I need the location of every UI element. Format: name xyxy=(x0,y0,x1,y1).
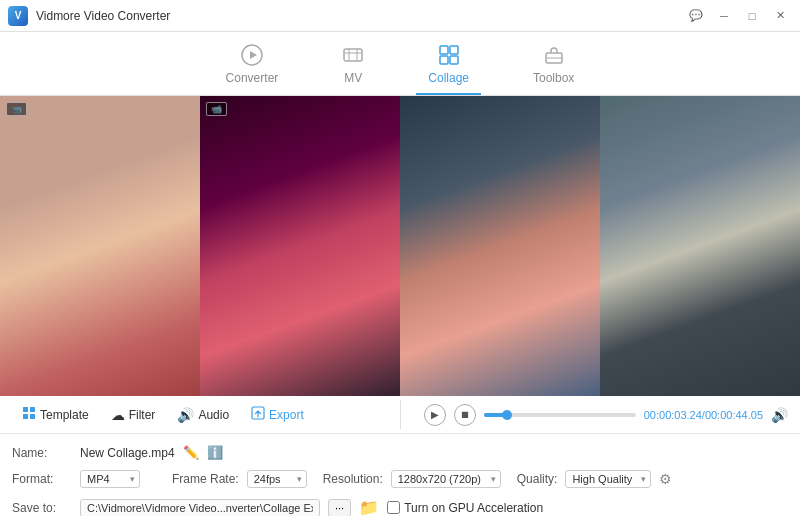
quality-settings-icon[interactable]: ⚙ xyxy=(659,471,672,487)
minimize-button[interactable]: ─ xyxy=(712,6,736,26)
template-icon xyxy=(22,406,36,423)
tab-mv[interactable]: MV xyxy=(330,40,376,95)
folder-icon[interactable]: 📁 xyxy=(359,498,379,516)
right-video-panel xyxy=(400,96,800,396)
format-row: Format: MP4 Frame Rate: 24fps Resolution… xyxy=(12,465,788,493)
app-logo: V xyxy=(8,6,28,26)
app-title: Vidmore Video Converter xyxy=(36,9,684,23)
audio-button[interactable]: 🔊 Audio xyxy=(167,402,239,427)
info-icon[interactable]: ℹ️ xyxy=(207,445,223,460)
tab-toolbox[interactable]: Toolbox xyxy=(521,40,586,95)
converter-icon xyxy=(241,44,263,69)
filter-button[interactable]: ☁ Filter xyxy=(101,402,166,427)
framerate-value: 24fps xyxy=(254,473,281,485)
template-button[interactable]: Template xyxy=(12,402,99,427)
format-select[interactable]: MP4 xyxy=(80,470,140,488)
video-indicator-1: 📹 xyxy=(6,102,27,116)
mv-icon xyxy=(342,44,364,69)
filter-icon: ☁ xyxy=(111,407,125,423)
audio-label: Audio xyxy=(198,408,229,422)
stop-button[interactable]: ⏹ xyxy=(454,404,476,426)
save-row: Save to: ··· 📁 Turn on GPU Acceleration xyxy=(12,493,788,516)
svg-rect-12 xyxy=(23,407,28,412)
video-thumb-2: 📹 xyxy=(200,96,400,396)
left-video-panel: 📹 📹 xyxy=(0,96,400,396)
audio-icon: 🔊 xyxy=(177,407,194,423)
progress-handle[interactable] xyxy=(502,410,512,420)
collage-icon xyxy=(438,44,460,69)
maximize-button[interactable]: □ xyxy=(740,6,764,26)
template-label: Template xyxy=(40,408,89,422)
edit-icon[interactable]: ✏️ xyxy=(183,445,199,460)
svg-marker-1 xyxy=(250,51,257,59)
svg-rect-7 xyxy=(450,46,458,54)
gpu-checkbox-label[interactable]: Turn on GPU Acceleration xyxy=(387,501,543,515)
gpu-label: Turn on GPU Acceleration xyxy=(404,501,543,515)
format-label: Format: xyxy=(12,472,72,486)
svg-rect-15 xyxy=(30,414,35,419)
resolution-select[interactable]: 1280x720 (720p) xyxy=(391,470,501,488)
svg-rect-8 xyxy=(440,56,448,64)
title-bar: V Vidmore Video Converter 💬 ─ □ ✕ xyxy=(0,0,800,32)
quality-select[interactable]: High Quality xyxy=(565,470,651,488)
video-thumb-4 xyxy=(600,96,800,396)
filter-label: Filter xyxy=(129,408,156,422)
chat-button[interactable]: 💬 xyxy=(684,6,708,26)
tab-mv-label: MV xyxy=(344,71,362,85)
toolbox-icon xyxy=(543,44,565,69)
toolbar-strip: Template ☁ Filter 🔊 Audio Export ▶ ⏹ xyxy=(0,396,800,434)
tab-collage[interactable]: Collage xyxy=(416,40,481,95)
volume-icon[interactable]: 🔊 xyxy=(771,407,788,423)
save-path-input[interactable] xyxy=(80,499,320,517)
name-label: Name: xyxy=(12,446,72,460)
main-content: 📹 📹 xyxy=(0,96,800,396)
window-controls: 💬 ─ □ ✕ xyxy=(684,6,792,26)
svg-rect-2 xyxy=(344,49,362,61)
tab-converter-label: Converter xyxy=(226,71,279,85)
tab-toolbox-label: Toolbox xyxy=(533,71,574,85)
video-indicator-2: 📹 xyxy=(206,102,227,116)
framerate-select[interactable]: 24fps xyxy=(247,470,307,488)
browse-button[interactable]: ··· xyxy=(328,499,351,517)
video-thumb-3 xyxy=(400,96,600,396)
quality-value: High Quality xyxy=(572,473,632,485)
toolbar-divider xyxy=(400,400,401,429)
framerate-label: Frame Rate: xyxy=(172,472,239,486)
quality-label: Quality: xyxy=(517,472,558,486)
format-value: MP4 xyxy=(87,473,110,485)
resolution-label: Resolution: xyxy=(323,472,383,486)
name-row: Name: New Collage.mp4 ✏️ ℹ️ xyxy=(12,440,788,465)
svg-rect-9 xyxy=(450,56,458,64)
play-button[interactable]: ▶ xyxy=(424,404,446,426)
tab-collage-label: Collage xyxy=(428,71,469,85)
format-group: MP4 xyxy=(80,470,140,488)
close-button[interactable]: ✕ xyxy=(768,6,792,26)
tab-converter[interactable]: Converter xyxy=(214,40,291,95)
player-controls: ▶ ⏹ 00:00:03.24/00:00:44.05 🔊 xyxy=(416,404,788,426)
gpu-checkbox[interactable] xyxy=(387,501,400,514)
export-button[interactable]: Export xyxy=(241,402,314,427)
nav-tabs: Converter MV Collage xyxy=(0,32,800,96)
save-label: Save to: xyxy=(12,501,72,515)
svg-rect-13 xyxy=(30,407,35,412)
video-thumb-1: 📹 xyxy=(0,96,200,396)
svg-rect-14 xyxy=(23,414,28,419)
export-label: Export xyxy=(269,408,304,422)
name-value: New Collage.mp4 xyxy=(80,446,175,460)
progress-bar[interactable] xyxy=(484,413,636,417)
svg-rect-6 xyxy=(440,46,448,54)
resolution-value: 1280x720 (720p) xyxy=(398,473,481,485)
settings-panel: Name: New Collage.mp4 ✏️ ℹ️ Format: MP4 … xyxy=(0,434,800,516)
toolbar-left: Template ☁ Filter 🔊 Audio Export xyxy=(12,402,412,427)
export-icon xyxy=(251,406,265,423)
time-display: 00:00:03.24/00:00:44.05 xyxy=(644,409,763,421)
